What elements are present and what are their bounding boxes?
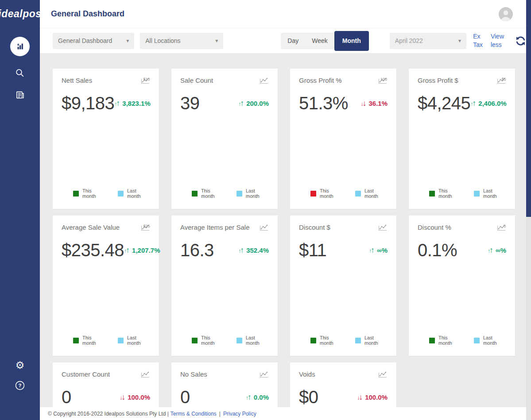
line-chart-icon[interactable] [140, 370, 150, 380]
trend-arrow-icon: ↑ [489, 246, 493, 255]
change-percent: 352.4% [246, 247, 269, 254]
card-title: Gross Profit $ [418, 77, 458, 84]
card-value: $4,245 [418, 93, 470, 113]
dashboard-select[interactable]: General Dashboard ▾ [53, 33, 134, 49]
legend-this-month-swatch [310, 191, 316, 197]
line-chart-icon[interactable]: $10,000$8,000$6,000$4,000$2,000$01713192… [140, 77, 150, 86]
search-icon [15, 68, 25, 80]
gear-icon: ⚙ [16, 360, 25, 370]
legend-last-month-label: Last month [127, 188, 150, 199]
chart-legend: This month Last month [180, 188, 269, 199]
user-avatar[interactable] [499, 7, 513, 21]
trend-arrow-icon: ↑ [371, 246, 375, 255]
page-title: General Dashboard [51, 9, 124, 19]
card-title: No Sales [180, 370, 207, 378]
page-scrollbar[interactable] [526, 0, 531, 420]
header: General Dashboard General Dashboard ▾ Al… [40, 0, 526, 53]
line-chart-icon[interactable]: 4030201001471013161922252831 [259, 77, 269, 86]
line-chart-icon[interactable] [378, 370, 388, 380]
card-title: Nett Sales [62, 77, 92, 84]
card-title: Gross Profit % [299, 77, 342, 84]
line-chart-icon[interactable]: 100.0 %80.0 %60.0 %40.0 %20.0 %0.0 %1713… [378, 77, 388, 86]
legend-last-month-label: Last month [483, 335, 506, 346]
line-chart-icon[interactable]: $12$9$6$3$01471013161922252831 [378, 223, 388, 233]
metric-card: Average Sale Value $250.00$200.00$150.00… [53, 216, 159, 356]
trend-arrow-icon: ↑ [126, 246, 130, 255]
legend-this-month-label: This month [320, 335, 343, 346]
filter-bar: General Dashboard ▾ All Locations ▾ Day … [40, 28, 526, 53]
metric-card: Voids $0 ↓ ↓ 100.0% [290, 362, 396, 407]
legend-last-month-swatch [118, 191, 124, 197]
metric-card: Discount % 0.1 %0.1 %0.1 %0.0 %0.0 %1471… [409, 216, 515, 356]
legend-this-month-label: This month [82, 335, 105, 346]
view-less-link[interactable]: View less [491, 32, 504, 49]
legend-last-month-swatch [474, 191, 480, 197]
chart-legend: This month Last month [62, 335, 150, 346]
metric-card: Customer Count 0 ↓ ↓ 100.0% [53, 362, 159, 407]
location-select[interactable]: All Locations ▾ [140, 33, 223, 49]
trend-arrow-icon: ↑ [248, 393, 252, 402]
week-button[interactable]: Week [305, 33, 334, 49]
privacy-link[interactable]: Privacy Policy [223, 411, 256, 417]
change-percent: 36.1% [368, 100, 388, 107]
card-change: ↑ ↑ 200.0% [238, 99, 269, 108]
footer-separator: | [219, 411, 221, 417]
month-button[interactable]: Month [334, 31, 369, 51]
legend-last-month-label: Last month [364, 188, 388, 199]
legend-last-month-swatch [474, 338, 480, 343]
card-change: ↓ ↓ 36.1% [360, 99, 388, 108]
mini-chart [418, 119, 506, 187]
legend-last-month-swatch [355, 338, 361, 343]
cards-grid: Nett Sales $10,000$8,000$6,000$4,000$2,0… [53, 69, 526, 407]
sidebar-item-settings[interactable]: ⚙ [0, 360, 40, 370]
month-select-value: April 2022 [395, 37, 423, 44]
chart-legend: This month Last month [418, 188, 506, 199]
mini-chart [180, 119, 269, 187]
card-value: 0 [62, 387, 71, 407]
legend-last-month-label: Last month [483, 188, 506, 199]
card-title: Discount % [418, 223, 451, 231]
change-percent: ∞% [377, 247, 388, 254]
chart-legend: This month Last month [180, 335, 269, 346]
chart-legend: This month Last month [418, 335, 506, 346]
legend-this-month-swatch [73, 191, 79, 197]
legend-last-month-swatch [355, 191, 361, 197]
legend-last-month-swatch [118, 338, 124, 343]
line-chart-icon[interactable]: 20.015.010.05.00.01471013161922252831 [259, 223, 269, 233]
legend-last-month-label: Last month [127, 335, 150, 346]
sidebar-item-help[interactable]: ? [0, 380, 40, 393]
legend-this-month-swatch [73, 338, 79, 343]
card-change: ↓ ↓ 100.0% [120, 393, 150, 402]
location-select-value: All Locations [145, 37, 180, 44]
legend-this-month-swatch [310, 338, 316, 343]
sidebar-item-dashboard[interactable] [0, 20, 40, 56]
idealpos-logo: idealpos [0, 8, 42, 20]
legend-this-month-label: This month [438, 188, 461, 199]
line-chart-icon[interactable]: $5,000$4,000$3,000$2,000$1,000$014710131… [496, 77, 506, 86]
ex-tax-link[interactable]: Ex Tax [473, 32, 483, 49]
line-chart-icon[interactable]: $250.00$200.00$150.00$100.00$50.00$0.001… [140, 223, 150, 233]
month-select[interactable]: April 2022 ▾ [390, 33, 466, 49]
legend-this-month-label: This month [82, 188, 105, 199]
terms-link[interactable]: Terms & Conditions [171, 411, 217, 417]
card-change: ↓ ↓ 100.0% [357, 393, 388, 402]
mini-chart [180, 266, 269, 334]
scrollbar-thumb[interactable] [526, 0, 531, 217]
legend-this-month-swatch [429, 338, 435, 343]
trend-arrow-icon: ↓ [359, 393, 363, 402]
change-percent: 3,823.1% [122, 100, 150, 107]
refresh-icon[interactable] [515, 35, 526, 46]
metric-card: Gross Profit % 100.0 %80.0 %60.0 %40.0 %… [290, 69, 396, 209]
change-percent: 100.0% [128, 393, 150, 401]
trend-arrow-icon: ↑ [116, 99, 120, 108]
line-chart-icon[interactable]: 0.1 %0.1 %0.1 %0.0 %0.0 %147101316192225… [496, 223, 506, 233]
legend-this-month-label: This month [201, 188, 224, 199]
mini-chart [299, 119, 388, 187]
card-change: ↑ ↑ ∞% [488, 246, 506, 255]
trend-arrow-icon: ↑ [240, 246, 244, 255]
svg-text:$250.00: $250.00 [143, 224, 150, 228]
sidebar-item-reports[interactable] [0, 90, 40, 102]
day-button[interactable]: Day [281, 33, 305, 49]
sidebar-item-search[interactable] [0, 68, 40, 80]
line-chart-icon[interactable] [259, 370, 269, 380]
